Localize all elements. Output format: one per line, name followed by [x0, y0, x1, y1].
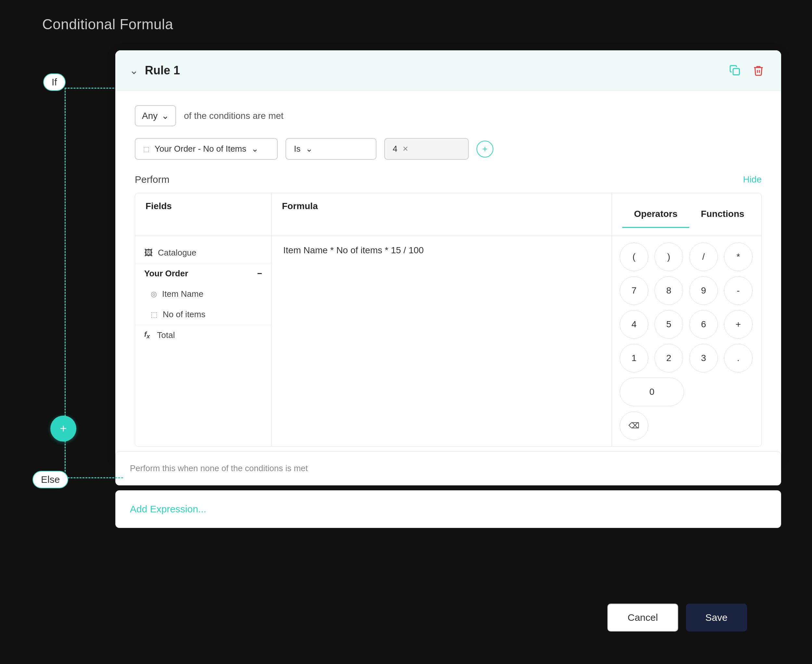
svg-rect-0	[733, 68, 740, 75]
none-conditions-text: Perform this when none of the conditions…	[130, 463, 308, 473]
add-expression-box[interactable]: Add Expression...	[115, 490, 781, 528]
any-chevron-icon: ⌄	[161, 111, 169, 121]
condition-row: Any ⌄ of the conditions are met	[135, 105, 761, 126]
catalogue-label: Catalogue	[158, 248, 197, 258]
field-name-label: Your Order - No of Items	[155, 144, 246, 154]
op-4[interactable]: 4	[620, 310, 648, 339]
perform-header: Perform Hide	[135, 174, 761, 185]
add-expression-text: Add Expression...	[130, 504, 206, 514]
else-badge: Else	[33, 471, 68, 488]
op-close-paren[interactable]: )	[654, 242, 683, 271]
op-multiply[interactable]: *	[724, 242, 753, 271]
field-input-icon: ⬚	[143, 145, 149, 153]
bottom-actions: Cancel Save	[607, 604, 747, 631]
any-label: Any	[142, 111, 158, 121]
clear-value-icon[interactable]: ✕	[403, 145, 408, 153]
hide-button[interactable]: Hide	[743, 174, 761, 185]
op-1[interactable]: 1	[620, 344, 648, 373]
op-add[interactable]: +	[724, 310, 753, 339]
operator-select[interactable]: Is ⌄	[285, 138, 377, 160]
if-badge: If	[43, 73, 65, 91]
total-icon: fx	[144, 330, 150, 340]
op-subtract[interactable]: -	[724, 276, 753, 305]
chevron-down-icon[interactable]: ⌄	[130, 64, 139, 76]
operator-chevron-icon: ⌄	[306, 144, 313, 154]
field-select[interactable]: ⬚ Your Order - No of Items ⌄	[135, 138, 278, 160]
op-5[interactable]: 5	[654, 310, 683, 339]
formula-table: Fields Formula Operators Functions �	[135, 193, 761, 447]
add-condition-button[interactable]: +	[476, 141, 493, 158]
cancel-button[interactable]: Cancel	[607, 604, 678, 631]
condition-text: of the conditions are met	[184, 111, 284, 121]
formula-column-header: Formula	[272, 193, 612, 236]
catalogue-field-item[interactable]: 🖼 Catalogue	[135, 242, 271, 263]
op-backspace[interactable]: ⌫	[620, 412, 648, 440]
table-body: 🖼 Catalogue Your Order − ◎ Item Name	[135, 236, 761, 446]
op-6[interactable]: 6	[689, 310, 718, 339]
your-order-label: Your Order	[144, 269, 188, 278]
item-name-icon: ◎	[151, 290, 157, 298]
rule-title: Rule 1	[145, 63, 720, 77]
total-label: Total	[157, 330, 175, 340]
value-text: 4	[393, 144, 397, 154]
perform-label: Perform	[135, 174, 170, 185]
connector-line-h-if	[65, 88, 123, 89]
op-8[interactable]: 8	[654, 276, 683, 305]
item-name-label: Item Name	[162, 289, 203, 299]
op-9[interactable]: 9	[689, 276, 718, 305]
connector-line-h-else	[65, 477, 123, 478]
any-select[interactable]: Any ⌄	[135, 105, 176, 126]
delete-rule-button[interactable]	[750, 62, 767, 79]
field-chevron-icon: ⌄	[251, 144, 259, 154]
op-open-paren[interactable]: (	[620, 242, 648, 271]
your-order-section[interactable]: Your Order −	[135, 263, 271, 284]
op-2[interactable]: 2	[654, 344, 683, 373]
formula-expression: Item Name * No of items * 15 / 100	[283, 245, 424, 255]
table-header: Fields Formula Operators Functions	[135, 193, 761, 236]
operators-tab[interactable]: Operators	[622, 201, 689, 228]
rule-body: Any ⌄ of the conditions are met ⬚ Your O…	[115, 91, 781, 461]
op-divide[interactable]: /	[689, 242, 718, 271]
none-conditions-box: Perform this when none of the conditions…	[115, 451, 781, 485]
add-rule-button[interactable]: +	[51, 416, 76, 442]
rule-card: ⌄ Rule 1	[115, 50, 781, 461]
page-title: Conditional Formula	[42, 16, 173, 33]
fields-column-header: Fields	[135, 193, 272, 236]
operators-column: ( ) / * 7 8 9 - 4 5 6 + 1	[612, 236, 761, 446]
save-button[interactable]: Save	[686, 604, 747, 631]
functions-tab[interactable]: Functions	[689, 201, 756, 228]
op-7[interactable]: 7	[620, 276, 648, 305]
no-of-items-icon: ⬚	[151, 311, 158, 319]
no-of-items-field[interactable]: ⬚ No of items	[135, 304, 271, 325]
total-field[interactable]: fx Total	[135, 325, 271, 345]
formula-column: Item Name * No of items * 15 / 100	[272, 236, 612, 446]
collapse-icon: −	[257, 269, 262, 278]
operator-label: Is	[294, 144, 300, 154]
field-row: ⬚ Your Order - No of Items ⌄ Is ⌄ 4 ✕ +	[135, 138, 761, 160]
op-decimal[interactable]: .	[724, 344, 753, 373]
fields-column: 🖼 Catalogue Your Order − ◎ Item Name	[135, 236, 272, 446]
op-0[interactable]: 0	[620, 378, 684, 406]
operator-grid: ( ) / * 7 8 9 - 4 5 6 + 1	[620, 242, 753, 440]
value-input[interactable]: 4 ✕	[384, 138, 469, 160]
rule-header: ⌄ Rule 1	[115, 50, 781, 91]
item-name-field[interactable]: ◎ Item Name	[135, 284, 271, 304]
rule-header-actions	[727, 62, 767, 79]
op-3[interactable]: 3	[689, 344, 718, 373]
copy-rule-button[interactable]	[727, 62, 744, 79]
operators-functions-header: Operators Functions	[612, 193, 761, 236]
no-of-items-label: No of items	[163, 309, 205, 319]
catalogue-icon: 🖼	[144, 248, 153, 258]
